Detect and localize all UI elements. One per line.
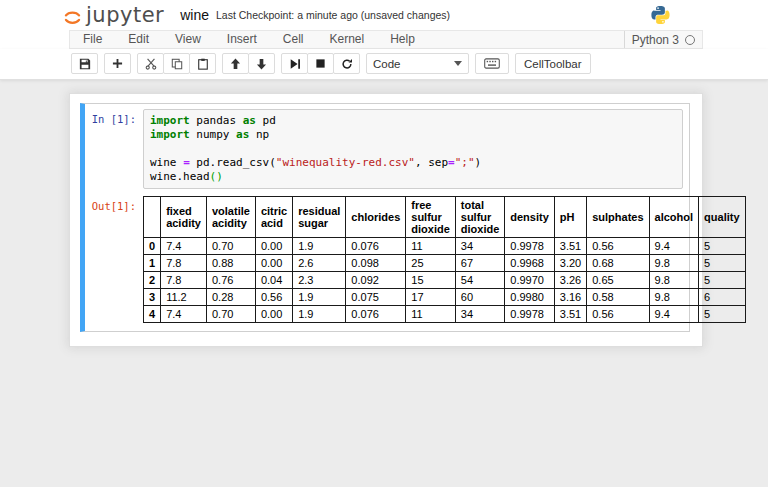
dataframe-body: 07.40.700.001.90.07611340.99783.510.569.… bbox=[144, 238, 746, 323]
code-line-5: wine.head() bbox=[150, 170, 676, 184]
menu-items: FileEditViewInsertCellKernelHelp bbox=[70, 31, 624, 48]
kernel-idle-circle-icon bbox=[685, 35, 695, 45]
copy-button[interactable] bbox=[163, 53, 190, 74]
cell-type-selected: Code bbox=[373, 58, 401, 70]
cell-type-dropdown[interactable]: Code bbox=[366, 53, 469, 74]
column-header: quality bbox=[699, 197, 745, 238]
menu-item-insert[interactable]: Insert bbox=[214, 31, 270, 48]
table-cell: 3.26 bbox=[554, 272, 586, 289]
table-cell: 34 bbox=[455, 238, 505, 255]
table-cell: 5 bbox=[699, 238, 745, 255]
move-down-icon bbox=[256, 58, 267, 70]
table-cell: 7.4 bbox=[161, 238, 207, 255]
jupyter-logo-icon bbox=[62, 7, 83, 28]
command-palette-button[interactable] bbox=[475, 53, 509, 74]
table-cell: 7.8 bbox=[161, 255, 207, 272]
paste-button[interactable] bbox=[189, 53, 216, 74]
table-cell: 5 bbox=[699, 255, 745, 272]
table-cell: 0.56 bbox=[255, 289, 292, 306]
stop-button[interactable] bbox=[307, 53, 334, 74]
row-index: 1 bbox=[144, 255, 161, 272]
code-line-2: import numpy as np bbox=[150, 128, 676, 142]
notebook-name[interactable]: wine bbox=[180, 7, 209, 23]
table-cell: 0.9978 bbox=[505, 306, 555, 323]
menu-item-file[interactable]: File bbox=[70, 31, 115, 48]
table-cell: 3.16 bbox=[554, 289, 586, 306]
table-cell: 0.58 bbox=[587, 289, 649, 306]
table-cell: 11 bbox=[406, 238, 456, 255]
notebook-site: In [1]: import pandas as pdimport numpy … bbox=[0, 80, 768, 347]
table-cell: 2.6 bbox=[293, 255, 346, 272]
table-cell: 0.098 bbox=[346, 255, 406, 272]
table-cell: 9.8 bbox=[649, 289, 699, 306]
menu-item-kernel[interactable]: Kernel bbox=[317, 31, 378, 48]
table-cell: 0.65 bbox=[587, 272, 649, 289]
table-cell: 11 bbox=[406, 306, 456, 323]
table-cell: 0.88 bbox=[206, 255, 255, 272]
run-icon bbox=[289, 58, 301, 70]
title-bar: jupyter wine Last Checkpoint: a minute a… bbox=[0, 0, 768, 30]
table-cell: 3.51 bbox=[554, 306, 586, 323]
run-button[interactable] bbox=[281, 53, 308, 74]
column-header: pH bbox=[554, 197, 586, 238]
table-cell: 54 bbox=[455, 272, 505, 289]
table-cell: 17 bbox=[406, 289, 456, 306]
table-cell: 7.4 bbox=[161, 306, 207, 323]
column-header: volatile acidity bbox=[206, 197, 255, 238]
table-cell: 0.56 bbox=[587, 306, 649, 323]
stop-icon bbox=[315, 58, 326, 69]
restart-kernel-icon bbox=[341, 58, 353, 70]
table-cell: 0.9968 bbox=[505, 255, 555, 272]
menu-item-view[interactable]: View bbox=[162, 31, 214, 48]
code-editor[interactable]: import pandas as pdimport numpy as npwin… bbox=[143, 109, 683, 189]
kernel-name-label: Python 3 bbox=[632, 33, 679, 47]
celltoolbar-button[interactable]: CellToolbar bbox=[515, 53, 591, 74]
output-prompt: Out[1]: bbox=[85, 196, 143, 323]
table-row: 07.40.700.001.90.07611340.99783.510.569.… bbox=[144, 238, 746, 255]
save-icon bbox=[79, 58, 91, 70]
move-cell-down-button[interactable] bbox=[248, 53, 275, 74]
table-cell: 0.00 bbox=[255, 255, 292, 272]
dataframe-header: fixed acidityvolatile aciditycitric acid… bbox=[144, 197, 746, 238]
selected-code-cell[interactable]: In [1]: import pandas as pdimport numpy … bbox=[80, 103, 690, 332]
add-cell-button[interactable] bbox=[104, 53, 131, 74]
table-cell: 60 bbox=[455, 289, 505, 306]
column-header: density bbox=[505, 197, 555, 238]
notebook-header: jupyter wine Last Checkpoint: a minute a… bbox=[0, 0, 768, 80]
table-cell: 5 bbox=[699, 306, 745, 323]
jupyter-logo[interactable]: jupyter bbox=[62, 3, 164, 28]
table-cell: 0.00 bbox=[255, 238, 292, 255]
code-line-1: import pandas as pd bbox=[150, 114, 676, 128]
save-button[interactable] bbox=[71, 53, 98, 74]
main-toolbar: Code CellToolbar bbox=[0, 49, 768, 80]
table-cell: 15 bbox=[406, 272, 456, 289]
cut-button[interactable] bbox=[137, 53, 164, 74]
cell-input-row: In [1]: import pandas as pdimport numpy … bbox=[85, 109, 683, 189]
row-index: 3 bbox=[144, 289, 161, 306]
table-cell: 7.8 bbox=[161, 272, 207, 289]
move-cell-up-button[interactable] bbox=[222, 53, 249, 74]
menu-bar: FileEditViewInsertCellKernelHelp Python … bbox=[69, 30, 703, 49]
command-palette-keyboard-icon bbox=[484, 58, 500, 69]
table-cell: 5 bbox=[699, 272, 745, 289]
table-cell: 1.9 bbox=[293, 289, 346, 306]
menu-item-help[interactable]: Help bbox=[377, 31, 428, 48]
code-line-3 bbox=[150, 142, 676, 156]
table-corner-cell bbox=[144, 197, 161, 238]
table-cell: 0.075 bbox=[346, 289, 406, 306]
table-cell: 11.2 bbox=[161, 289, 207, 306]
table-cell: 34 bbox=[455, 306, 505, 323]
cell-output-row: Out[1]: fixed acidityvolatile aciditycit… bbox=[85, 196, 683, 323]
menu-item-cell[interactable]: Cell bbox=[270, 31, 317, 48]
menu-item-edit[interactable]: Edit bbox=[115, 31, 162, 48]
table-cell: 3.51 bbox=[554, 238, 586, 255]
table-row: 47.40.700.001.90.07611340.99783.510.569.… bbox=[144, 306, 746, 323]
restart-kernel-button[interactable] bbox=[333, 53, 360, 74]
table-cell: 67 bbox=[455, 255, 505, 272]
table-cell: 9.4 bbox=[649, 238, 699, 255]
move-up-icon bbox=[230, 58, 241, 70]
output-area: fixed acidityvolatile aciditycitric acid… bbox=[143, 196, 683, 323]
table-cell: 9.8 bbox=[649, 255, 699, 272]
column-header: citric acid bbox=[255, 197, 292, 238]
table-cell: 0.076 bbox=[346, 306, 406, 323]
